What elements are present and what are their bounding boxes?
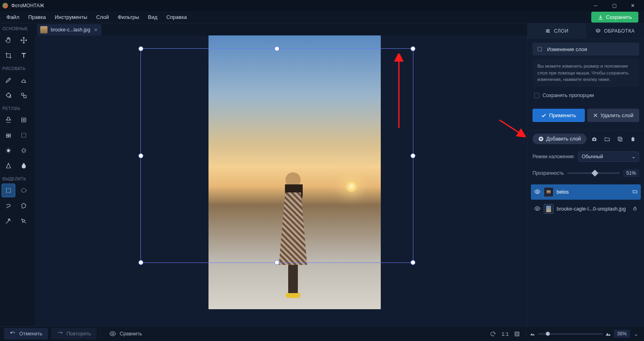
transform-box[interactable]	[140, 48, 413, 263]
handle-n[interactable]	[275, 46, 279, 51]
layer-item[interactable]: belos	[531, 184, 641, 200]
layer-thumbnail	[544, 187, 553, 197]
redo-button[interactable]: Повторить	[51, 328, 97, 339]
duplicate-button[interactable]	[615, 134, 625, 144]
menu-layer[interactable]: Слой	[92, 12, 113, 22]
layer-item[interactable]: brooke-cagle-I...0-unsplash.jpg	[531, 201, 641, 217]
svg-point-11	[21, 189, 26, 192]
mountain-small-icon[interactable]	[529, 331, 536, 337]
shapes-tool[interactable]	[17, 89, 31, 102]
sharpen-tool[interactable]	[2, 159, 15, 173]
opacity-value: 51%	[623, 169, 639, 177]
text-tool[interactable]	[17, 49, 31, 62]
svg-rect-1	[24, 95, 26, 98]
eye-icon[interactable]	[534, 188, 541, 196]
svg-point-9	[22, 149, 25, 152]
magic-wand-tool[interactable]	[2, 214, 15, 228]
svg-rect-21	[619, 138, 622, 141]
window-maximize[interactable]: ▢	[605, 0, 623, 11]
opacity-label: Прозрачность	[533, 170, 564, 176]
svg-rect-10	[6, 188, 11, 193]
save-button[interactable]: Сохранить	[591, 12, 638, 23]
plus-circle-icon	[538, 136, 544, 142]
rotate-button[interactable]	[488, 329, 498, 339]
apply-button[interactable]: Применить	[533, 109, 585, 122]
blend-mode-label: Режим наложения:	[533, 154, 575, 159]
fit-button[interactable]	[512, 329, 522, 339]
add-layer-button[interactable]: Добавить слой	[533, 134, 586, 144]
document-tab[interactable]: brooke-c...lash.jpg ×	[37, 24, 101, 35]
lasso-tool[interactable]	[2, 199, 15, 213]
svg-point-19	[593, 138, 595, 140]
handle-s[interactable]	[275, 260, 279, 265]
ratio-text[interactable]: 1:1	[502, 331, 509, 337]
move-tool[interactable]	[17, 33, 31, 47]
menu-filters[interactable]: Фильтры	[114, 12, 143, 22]
folder-button[interactable]	[602, 134, 612, 144]
quick-select-tool[interactable]	[17, 214, 31, 228]
eye-icon[interactable]	[534, 205, 541, 213]
canvas[interactable]	[35, 35, 527, 326]
check-icon	[541, 113, 547, 118]
tab-processing[interactable]: ОБРАБОТКА	[586, 23, 644, 38]
poly-lasso-tool[interactable]	[17, 199, 31, 213]
burn-tool[interactable]	[17, 144, 31, 157]
hint-text: Вы можете изменить размер и положение сл…	[533, 59, 639, 87]
bounds-icon	[537, 46, 543, 52]
chevron-down-icon[interactable]: ⌄	[632, 331, 640, 337]
layer-name: belos	[557, 189, 629, 195]
tab-layers[interactable]: СЛОИ	[528, 23, 586, 38]
svg-point-25	[112, 333, 114, 335]
svg-rect-26	[515, 332, 519, 336]
handle-e[interactable]	[411, 153, 415, 158]
group-draw-label: РИСОВАТЬ	[2, 65, 33, 73]
brush-tool[interactable]	[2, 73, 15, 87]
tab-close-icon[interactable]: ×	[93, 27, 98, 33]
group-retouch-label: РЕТУШЬ	[2, 105, 33, 113]
undo-button[interactable]: Отменить	[4, 328, 48, 339]
zoom-slider[interactable]	[538, 333, 603, 335]
menu-help[interactable]: Справка	[162, 12, 191, 22]
mountain-large-icon[interactable]	[605, 331, 611, 337]
camera-button[interactable]	[589, 134, 599, 144]
window-close[interactable]: ✕	[624, 0, 642, 11]
hand-tool[interactable]	[2, 33, 15, 47]
dodge-tool[interactable]	[2, 144, 15, 157]
handle-ne[interactable]	[411, 46, 415, 51]
keep-ratio-checkbox[interactable]: Сохранять пропорции	[534, 93, 639, 98]
menu-file[interactable]: Файл	[2, 12, 23, 22]
group-basic-label: ОСНОВНЫЕ	[2, 25, 33, 33]
ellipse-select-tool[interactable]	[17, 184, 31, 197]
compare-button[interactable]: Сравнить	[103, 328, 148, 340]
svg-point-15	[547, 30, 547, 31]
crop-tool[interactable]	[2, 49, 15, 62]
eraser-tool[interactable]	[17, 73, 31, 87]
handle-nw[interactable]	[138, 46, 143, 51]
heal-tool[interactable]	[2, 128, 15, 142]
handle-w[interactable]	[138, 153, 143, 158]
svg-rect-17	[538, 47, 541, 51]
layer-list: belos brooke-cagle-I...0-unsplash.jpg	[528, 182, 644, 221]
window-minimize[interactable]: ─	[587, 0, 605, 11]
marquee-tool[interactable]	[17, 128, 31, 142]
blur-tool[interactable]	[17, 159, 31, 173]
menu-edit[interactable]: Правка	[24, 12, 50, 22]
trash-button[interactable]	[627, 134, 638, 144]
status-bar: Отменить Повторить Сравнить 1:1 36% ⌄	[0, 326, 644, 341]
menu-tools[interactable]: Инструменты	[51, 12, 91, 22]
layer-thumbnail	[544, 204, 553, 214]
menu-view[interactable]: Вид	[144, 12, 162, 22]
stamp-tool[interactable]	[2, 113, 15, 127]
blend-mode-select[interactable]: Обычный ⌄	[578, 151, 639, 162]
layer-change-header: Изменение слоя	[533, 43, 639, 56]
fill-tool[interactable]	[2, 89, 15, 102]
handle-se[interactable]	[411, 260, 415, 265]
folder-icon[interactable]	[632, 189, 638, 195]
rect-select-tool[interactable]	[2, 184, 15, 197]
patch-tool[interactable]	[17, 113, 31, 127]
opacity-slider[interactable]	[567, 172, 620, 174]
lock-icon	[632, 206, 638, 212]
delete-layer-button[interactable]: Удалить слой	[587, 109, 640, 122]
tab-thumbnail	[40, 26, 47, 33]
handle-sw[interactable]	[138, 260, 143, 265]
